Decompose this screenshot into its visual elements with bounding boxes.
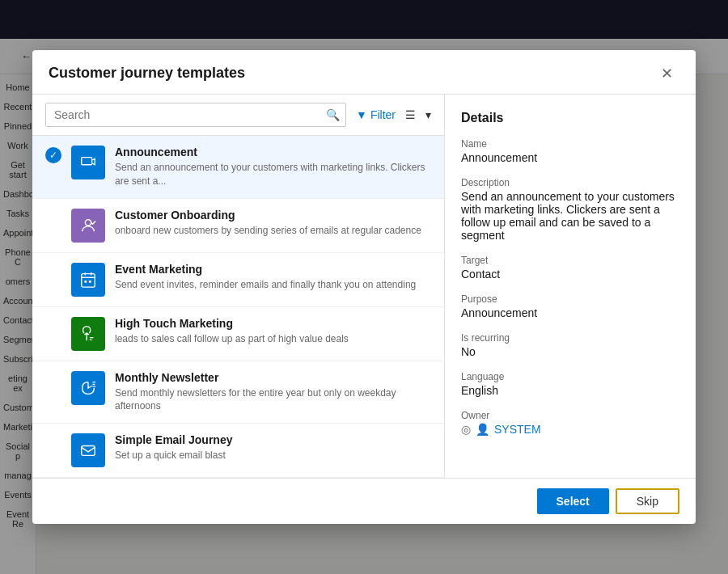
search-icon: 🔍: [326, 108, 340, 121]
high-touch-desc: leads to sales call follow up as part of…: [115, 332, 431, 346]
detail-recurring-row: Is recurring No: [461, 332, 679, 358]
customer-onboarding-icon: [71, 209, 105, 243]
announcement-name: Announcement: [115, 146, 431, 158]
announcement-info: Announcement Send an announcement to you…: [115, 146, 431, 188]
detail-language-row: Language English: [461, 371, 679, 397]
monthly-newsletter-name: Monthly Newsletter: [115, 371, 431, 384]
event-marketing-info: Event Marketing Send event invites, remi…: [115, 263, 431, 292]
purpose-value: Announcement: [461, 306, 679, 319]
event-marketing-name: Event Marketing: [115, 263, 431, 276]
detail-name-row: Name Announcement: [461, 138, 679, 164]
filter-button[interactable]: ▼ Filter: [356, 108, 396, 121]
template-item-announcement[interactable]: ✓ Announcement Send an announcement to y…: [32, 136, 444, 199]
collapse-button[interactable]: ▾: [425, 108, 431, 121]
monthly-newsletter-icon: [71, 371, 105, 405]
modal-body: 🔍 ▼ Filter ☰ ▾: [32, 95, 696, 478]
detail-purpose-row: Purpose Announcement: [461, 293, 679, 319]
svg-rect-0: [82, 157, 92, 164]
customer-onboarding-info: Customer Onboarding onboard new customer…: [115, 209, 431, 238]
template-item-event-marketing[interactable]: Event Marketing Send event invites, remi…: [32, 253, 444, 307]
search-row: 🔍 ▼ Filter ☰ ▾: [32, 95, 444, 136]
search-input-wrap: 🔍: [45, 103, 346, 127]
detail-description-row: Description Send an announcement to your…: [461, 177, 679, 242]
right-panel: Details Name Announcement Description Se…: [445, 95, 696, 478]
left-panel: 🔍 ▼ Filter ☰ ▾: [32, 95, 445, 478]
search-input[interactable]: [45, 103, 346, 127]
name-value: Announcement: [461, 151, 679, 164]
announcement-desc: Send an announcement to your customers w…: [115, 161, 431, 188]
template-item-customer-onboarding[interactable]: Customer Onboarding onboard new customer…: [32, 199, 444, 253]
name-label: Name: [461, 138, 679, 150]
modal-title: Customer journey templates: [49, 65, 245, 82]
event-marketing-icon: [71, 263, 105, 297]
simple-email-name: Simple Email Journey: [115, 433, 431, 446]
customer-onboarding-desc: onboard new customers by sending series …: [115, 224, 431, 238]
svg-rect-2: [82, 273, 95, 287]
sort-button[interactable]: ☰: [405, 108, 416, 121]
svg-rect-4: [89, 280, 91, 282]
announcement-icon: [71, 146, 105, 179]
modal-dialog: Customer journey templates ✕ 🔍 ▼ Filter: [32, 50, 696, 524]
description-value: Send an announcement to your customers w…: [461, 190, 679, 242]
filter-icon: ▼: [356, 108, 367, 121]
description-label: Description: [461, 177, 679, 188]
chevron-down-icon: ▾: [425, 108, 431, 121]
recurring-label: Is recurring: [461, 332, 679, 344]
template-item-monthly-newsletter[interactable]: Monthly Newsletter Send monthly newslett…: [32, 361, 444, 424]
simple-email-icon: [71, 433, 105, 467]
high-touch-name: High Touch Marketing: [115, 317, 431, 330]
owner-person-icon: 👤: [476, 423, 489, 436]
language-label: Language: [461, 371, 679, 382]
monthly-newsletter-info: Monthly Newsletter Send monthly newslett…: [115, 371, 431, 414]
template-list: ✓ Announcement Send an announcement to y…: [32, 136, 444, 478]
customer-onboarding-name: Customer Onboarding: [115, 209, 431, 222]
svg-rect-3: [84, 280, 87, 282]
high-touch-icon: [71, 317, 105, 351]
skip-button[interactable]: Skip: [616, 488, 679, 514]
high-touch-info: High Touch Marketing leads to sales call…: [115, 317, 431, 346]
monthly-newsletter-desc: Send monthly newsletters for the entire …: [115, 386, 431, 414]
target-label: Target: [461, 255, 679, 266]
simple-email-info: Simple Email Journey Set up a quick emai…: [115, 433, 431, 462]
sort-icon: ☰: [405, 108, 416, 121]
target-value: Contact: [461, 268, 679, 281]
event-marketing-desc: Send event invites, reminder emails and …: [115, 278, 431, 292]
details-title: Details: [461, 111, 679, 125]
modal-footer: Select Skip: [32, 478, 696, 524]
svg-point-1: [85, 219, 91, 225]
modal-header: Customer journey templates ✕: [32, 50, 696, 95]
svg-rect-5: [82, 446, 95, 456]
template-item-simple-email[interactable]: Simple Email Journey Set up a quick emai…: [32, 424, 444, 478]
language-value: English: [461, 384, 679, 397]
owner-link[interactable]: SYSTEM: [494, 423, 541, 436]
owner-label: Owner: [461, 410, 679, 421]
template-item-high-touch[interactable]: High Touch Marketing leads to sales call…: [32, 307, 444, 361]
owner-status-icon: ◎: [461, 423, 471, 436]
owner-row: ◎ 👤 SYSTEM: [461, 423, 679, 436]
selected-check: ✓: [45, 147, 61, 163]
recurring-value: No: [461, 345, 679, 358]
detail-owner-row: Owner ◎ 👤 SYSTEM: [461, 410, 679, 436]
modal-overlay: Customer journey templates ✕ 🔍 ▼ Filter: [0, 0, 728, 574]
select-button[interactable]: Select: [537, 488, 609, 514]
modal-close-button[interactable]: ✕: [654, 63, 679, 84]
detail-target-row: Target Contact: [461, 255, 679, 281]
simple-email-desc: Set up a quick email blast: [115, 449, 431, 462]
purpose-label: Purpose: [461, 293, 679, 305]
